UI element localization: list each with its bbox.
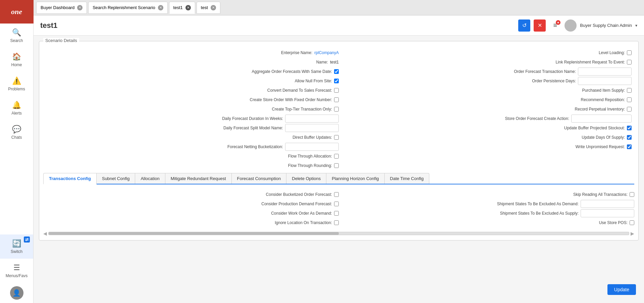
name-label: Name: (316, 60, 328, 64)
convert-demand-checkbox[interactable] (334, 88, 339, 93)
consider-bucketized-order-forecast-checkbox[interactable] (334, 192, 339, 197)
sidebar-item-search[interactable]: 🔍 Search (0, 24, 33, 48)
tab-buyer-dashboard[interactable]: Buyer Dashboard ✕ (36, 2, 87, 14)
write-unpromised-request-label: Write Unpromised Request: (576, 144, 625, 149)
field-order-persistence-days: Order Persistence Days: (339, 76, 632, 86)
tab-test[interactable]: test ✕ (197, 2, 220, 14)
sidebar-item-alerts[interactable]: 🔔 Alerts (0, 96, 33, 120)
sidebar-item-menus[interactable]: ☰ Menus/Favs (0, 259, 33, 283)
tab-test-close[interactable]: ✕ (211, 5, 216, 10)
daily-forecast-duration-input[interactable] (285, 115, 339, 123)
inner-tab-bar: Transactions Config Subnet Config Alloca… (43, 173, 634, 184)
tab-test1-close[interactable]: ✕ (185, 5, 191, 10)
refresh-button[interactable]: ↺ (518, 19, 530, 32)
use-store-pos-checkbox[interactable] (630, 220, 634, 225)
update-buffer-projected-stockout-checkbox[interactable] (627, 126, 632, 130)
enterprise-name-value[interactable]: rplCompanyA (314, 50, 339, 55)
aggregate-order-forecasts-checkbox[interactable] (334, 69, 339, 74)
consider-bucketized-order-forecast-label: Consider Bucketized Order Forecast: (266, 192, 332, 197)
level-loading-checkbox[interactable] (627, 50, 632, 55)
update-buffer-projected-stockout-label: Update Buffer Projected Stockout: (564, 126, 625, 130)
search-icon: 🔍 (12, 28, 21, 37)
tab-delete-options[interactable]: Delete Options (286, 173, 326, 184)
direct-buffer-updates-checkbox[interactable] (334, 135, 339, 140)
update-days-of-supply-checkbox[interactable] (627, 135, 632, 140)
logo-text: one (11, 7, 22, 16)
close-button[interactable]: ✕ (534, 19, 546, 32)
daily-forecast-split-label: Daily Forecast Split Model Name: (223, 126, 283, 130)
field-aggregate-order-forecasts: Aggregate Order Forecasts With Same Date… (46, 67, 339, 76)
tab-date-time-config[interactable]: Date Time Config (385, 173, 429, 184)
tab-search-replenishment-label: Search Replenishment Scenario (93, 5, 155, 10)
main-content: Scenario Details Enterprise Name: rplCom… (34, 36, 644, 303)
create-top-tier-checkbox[interactable] (334, 107, 339, 112)
flow-through-rounding-checkbox[interactable] (334, 163, 339, 168)
tab-subnet-config[interactable]: Subnet Config (97, 173, 135, 184)
recommend-reposition-checkbox[interactable] (627, 97, 632, 102)
scenario-details-section: Scenario Details Enterprise Name: rplCom… (39, 41, 639, 241)
tab-buyer-dashboard-close[interactable]: ✕ (77, 5, 83, 10)
order-persistence-days-input[interactable] (578, 77, 632, 85)
daily-forecast-split-input[interactable] (285, 124, 339, 132)
create-store-order-checkbox[interactable] (334, 97, 339, 102)
shipment-states-excluded-supply-input[interactable] (581, 209, 634, 217)
skip-reading-all-transactions-checkbox[interactable] (630, 192, 634, 197)
link-replenishment-checkbox[interactable] (627, 60, 632, 64)
order-forecast-transaction-name-input[interactable] (578, 68, 632, 76)
field-allow-null-from-site: Allow Null From Site: (46, 76, 339, 86)
convert-demand-label: Convert Demand To Sales Forecast: (267, 88, 332, 93)
update-button[interactable]: Update (607, 284, 636, 295)
horizontal-scrollbar[interactable] (48, 232, 629, 235)
forecast-netting-input[interactable] (285, 143, 339, 151)
page-header: test1 ↺ ✕ ≡ ★ Buyer Supply Chain Admin ▾ (34, 15, 644, 36)
consider-production-demand-forecast-label: Consider Production Demand Forecast: (261, 202, 332, 206)
tab-forecast-consumption[interactable]: Forecast Consumption (232, 173, 287, 184)
ignore-location-on-transaction-checkbox[interactable] (334, 220, 339, 225)
sidebar-item-problems-label: Problems (8, 87, 25, 91)
shipment-states-excluded-demand-input[interactable] (581, 200, 634, 208)
write-unpromised-request-checkbox[interactable] (627, 144, 632, 149)
aggregate-order-forecasts-label: Aggregate Order Forecasts With Same Date… (252, 69, 332, 74)
consider-work-order-as-demand-checkbox[interactable] (334, 211, 339, 216)
link-replenishment-label: Link Replenishment Request To Event: (555, 60, 625, 64)
menu-button[interactable]: ≡ ★ (549, 19, 561, 32)
enterprise-name-label: Enterprise Name: (281, 50, 312, 55)
tab-buyer-dashboard-label: Buyer Dashboard (41, 5, 74, 10)
tab-mitigate-redundant-request[interactable]: Mitigate Redundant Request (165, 173, 232, 184)
field-record-perpetual-inventory: Record Perpetual Inventory: (339, 104, 632, 114)
record-perpetual-inventory-checkbox[interactable] (627, 107, 632, 112)
sidebar-item-problems[interactable]: ⚠️ Problems (0, 72, 33, 96)
purchased-item-supply-checkbox[interactable] (627, 88, 632, 93)
field-flow-through-allocation: Flow Through Allocation: (46, 152, 339, 161)
allow-null-from-site-checkbox[interactable] (334, 79, 339, 83)
home-icon: 🏠 (12, 52, 21, 61)
sidebar-item-user-avatar-bottom[interactable]: 👤 (0, 283, 33, 303)
user-dropdown-arrow[interactable]: ▾ (635, 23, 637, 28)
field-create-top-tier: Create Top-Tier Transaction Only: (46, 104, 339, 114)
field-order-forecast-transaction-name: Order Forecast Transaction Name: (339, 67, 632, 76)
field-link-replenishment: Link Replenishment Request To Event: (339, 57, 632, 67)
inner-tabs-container: Transactions Config Subnet Config Alloca… (39, 173, 638, 236)
tab-allocation[interactable]: Allocation (135, 173, 165, 184)
notification-badge: ★ (556, 20, 560, 25)
scroll-left-arrow[interactable]: ◀ (43, 231, 47, 236)
transactions-config-grid: Consider Bucketized Order Forecast: Cons… (43, 190, 634, 227)
order-persistence-days-label: Order Persistence Days: (532, 79, 576, 83)
tab-planning-horizon-config[interactable]: Planning Horizon Config (326, 173, 384, 184)
field-store-order-forecast-create-action: Store Order Forecast Create Action: (339, 114, 632, 123)
flow-through-allocation-checkbox[interactable] (334, 154, 339, 159)
tab-search-replenishment-close[interactable]: ✕ (158, 5, 163, 10)
sidebar-item-switch[interactable]: 🔄 Switch ⇄ (0, 234, 33, 259)
consider-production-demand-forecast-checkbox[interactable] (334, 202, 339, 206)
store-order-forecast-create-action-input[interactable] (571, 115, 632, 123)
app-logo[interactable]: one (0, 0, 34, 24)
switch-icon: 🔄 (12, 239, 21, 248)
sidebar-item-chats[interactable]: 💬 Chats (0, 120, 33, 144)
scroll-right-arrow[interactable]: ▶ (631, 231, 634, 236)
sidebar-item-home[interactable]: 🏠 Home (0, 48, 33, 72)
tab-transactions-config[interactable]: Transactions Config (43, 173, 97, 184)
field-flow-through-rounding: Flow Through Rounding: (46, 161, 339, 170)
tab-test1[interactable]: test1 ✕ (169, 2, 195, 14)
tab-search-replenishment[interactable]: Search Replenishment Scenario ✕ (88, 2, 167, 14)
field-enterprise-name: Enterprise Name: rplCompanyA (46, 48, 339, 57)
